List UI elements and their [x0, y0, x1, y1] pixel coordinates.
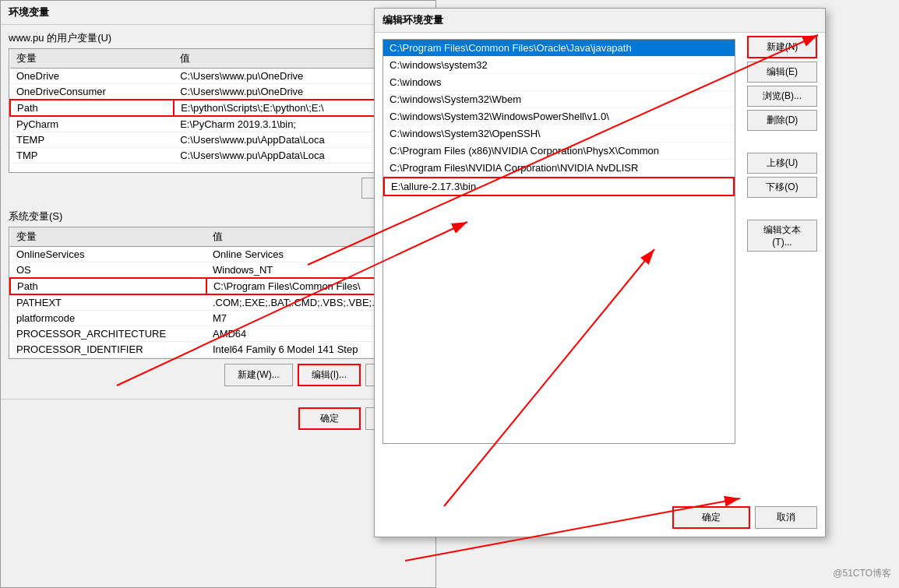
main-ok-button[interactable]: 确定 [298, 407, 361, 430]
path-move-up-button[interactable]: 上移(U) [747, 153, 817, 174]
path-cancel-button[interactable]: 取消 [755, 506, 817, 529]
sys-var-name: platformcode [10, 311, 206, 326]
sys-vars-btn-row: 新建(W)... 编辑(I)... 删除(L) [1, 359, 435, 391]
path-edit-button[interactable]: 编辑(E) [747, 62, 817, 83]
new-sys-var-button[interactable]: 新建(W)... [224, 364, 292, 386]
sys-var-name: PROCESSOR_IDENTIFIER [10, 342, 206, 357]
path-list-item[interactable]: C:\Program Files\Common Files\Oracle\Jav… [383, 40, 735, 57]
path-list-item[interactable]: C:\windows\System32\OpenSSH\ [383, 125, 735, 143]
sys-var-row[interactable]: OnlineServicesOnline Services [10, 247, 426, 262]
sys-var-row[interactable]: PATHEXT.COM;.EXE;.BAT;.CMD;.VBS;.VBE;. [10, 294, 426, 311]
path-ok-button[interactable]: 确定 [672, 506, 750, 529]
user-var-row[interactable]: TMPC:\Users\www.pu\AppData\Loca [10, 148, 426, 164]
main-env-dialog: 环境变量 www.pu 的用户变量(U) 变量 值 OneDriveC:\Use… [0, 0, 436, 588]
sys-var-row[interactable]: OSWindows_NT [10, 262, 426, 279]
user-var-row[interactable]: PyCharmE:\PyCharm 2019.3.1\bin; [10, 116, 426, 132]
user-vars-btn-row: 新建(N)... [1, 173, 435, 203]
user-var-name: PyCharm [10, 116, 174, 132]
sys-var-row[interactable]: platformcodeM7 [10, 311, 426, 326]
path-dialog-side-buttons: 新建(N) 编辑(E) 浏览(B)... 删除(D) 上移(U) 下移(O) 编… [747, 36, 817, 252]
path-list-item[interactable]: E:\allure-2.17.3\bin [383, 177, 735, 196]
sys-var-name: PROCESSOR_ARCHITECTURE [10, 326, 206, 342]
path-list-item[interactable]: C:\windows\System32\Wbem [383, 91, 735, 108]
path-dialog-bottom-buttons: 确定 取消 [672, 506, 817, 529]
path-delete-button[interactable]: 删除(D) [747, 110, 817, 131]
sys-var-name: PATHEXT [10, 294, 206, 311]
user-vars-table-container: 变量 值 OneDriveC:\Users\www.pu\OneDriveOne… [9, 48, 428, 173]
path-list-item[interactable]: C:\windows\System32\WindowsPowerShell\v1… [383, 108, 735, 125]
path-list-item[interactable]: C:\windows [383, 74, 735, 91]
path-dialog-title: 编辑环境变量 [375, 9, 825, 33]
main-dialog-title: 环境变量 [1, 1, 435, 25]
sys-var-row[interactable]: PathC:\Program Files\Common Files\ [10, 278, 426, 294]
user-var-row[interactable]: PathE:\python\Scripts\;E:\python\;E:\ [10, 100, 426, 116]
sys-vars-label: 系统变量(S) [1, 203, 435, 227]
sys-vars-table-container: 变量 值 OnlineServicesOnline ServicesOSWind… [9, 227, 428, 359]
sys-vars-table: 变量 值 OnlineServicesOnline ServicesOSWind… [9, 227, 427, 359]
path-list-item[interactable]: C:\Program Files\NVIDIA Corporation\NVID… [383, 160, 735, 177]
user-var-name: OneDriveConsumer [10, 84, 174, 100]
user-var-name: TEMP [10, 132, 174, 148]
edit-sys-var-button[interactable]: 编辑(I)... [298, 364, 361, 386]
main-dialog-ok-cancel-row: 确定 取消 [1, 399, 435, 435]
user-var-name: TMP [10, 148, 174, 164]
sys-var-name: OS [10, 262, 206, 279]
user-var-col-header: 变量 [10, 49, 174, 69]
sys-var-name: Path [10, 278, 206, 294]
sys-var-row[interactable]: PROCESSOR_ARCHITECTUREAMD64 [10, 326, 426, 342]
user-var-name: OneDrive [10, 69, 174, 84]
user-var-name: Path [10, 100, 174, 116]
user-var-row[interactable]: OneDriveConsumerC:\Users\www.pu\OneDrive [10, 84, 426, 100]
path-list-item[interactable]: C:\Program Files (x86)\NVIDIA Corporatio… [383, 143, 735, 160]
path-edit-dialog: 编辑环境变量 新建(N) 编辑(E) 浏览(B)... 删除(D) 上移(U) … [374, 8, 826, 537]
user-vars-label: www.pu 的用户变量(U) [1, 25, 435, 48]
user-vars-table: 变量 值 OneDriveC:\Users\www.pu\OneDriveOne… [9, 49, 427, 164]
watermark: @51CTO博客 [833, 567, 891, 580]
sys-var-row[interactable]: PROCESSOR_IDENTIFIERIntel64 Family 6 Mod… [10, 342, 426, 357]
user-var-row[interactable]: OneDriveC:\Users\www.pu\OneDrive [10, 69, 426, 84]
sys-var-col-header: 变量 [10, 227, 206, 247]
path-browse-button[interactable]: 浏览(B)... [747, 86, 817, 107]
path-new-button[interactable]: 新建(N) [747, 36, 817, 58]
path-list-item[interactable]: C:\windows\system32 [383, 57, 735, 74]
sys-var-name: OnlineServices [10, 247, 206, 262]
path-list-container[interactable]: C:\Program Files\Common Files\Oracle\Jav… [383, 39, 735, 444]
path-move-down-button[interactable]: 下移(O) [747, 177, 817, 198]
path-edit-text-button[interactable]: 编辑文本(T)... [747, 220, 817, 252]
user-var-row[interactable]: TEMPC:\Users\www.pu\AppData\Loca [10, 132, 426, 148]
